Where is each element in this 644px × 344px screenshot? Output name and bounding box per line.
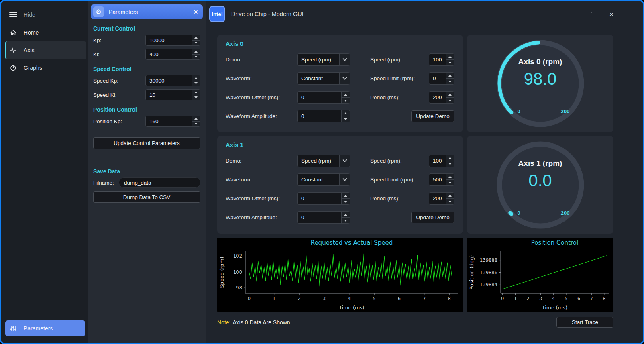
triangle-up-icon	[194, 37, 198, 39]
spin-down-button[interactable]	[342, 116, 350, 122]
spin-down-button[interactable]	[446, 198, 454, 204]
triangle-down-icon	[194, 42, 198, 44]
spin-down-button[interactable]	[192, 40, 200, 46]
sidebar-item-label: Axis	[24, 47, 34, 53]
sidebar-item-home[interactable]: Home	[5, 24, 86, 41]
pie-chart-icon	[9, 64, 17, 71]
close-button[interactable]: ×	[608, 11, 615, 17]
chevron-down-icon	[342, 75, 347, 79]
svg-text:8: 8	[448, 296, 451, 301]
axis0-panel: Axis 0 Demo: Speed (rpm) Speed (rpm): 10…	[217, 35, 463, 132]
triangle-up-icon	[448, 195, 452, 197]
gauge-max-label: 200	[561, 108, 570, 114]
sliders-icon	[9, 325, 17, 332]
axis1-speed-spinbox[interactable]: 100	[429, 155, 454, 167]
sidebar-item-parameters[interactable]: Parameters	[5, 320, 85, 336]
speed-kp-field-row: Speed Kp: 30000	[93, 75, 200, 86]
kp-spinbox[interactable]: 10000	[145, 35, 200, 46]
sidebar-hide-button[interactable]: Hide	[5, 6, 86, 24]
spin-up-button[interactable]	[192, 75, 200, 81]
spin-up-button[interactable]	[446, 174, 454, 179]
axis1-waveform-offset-spinbox[interactable]: 0	[297, 192, 350, 205]
position-kp-label: Position Kp:	[93, 118, 145, 124]
triangle-down-icon	[448, 201, 452, 203]
dump-data-to-csv-button[interactable]: Dump Data To CSV	[93, 191, 200, 203]
parameters-close-button[interactable]: ×	[194, 8, 198, 16]
axis0-waveform-offset-spinbox[interactable]: 0	[297, 91, 350, 104]
sidebar-item-axis[interactable]: Axis	[5, 41, 86, 59]
triangle-up-icon	[448, 56, 452, 58]
triangle-up-icon	[448, 157, 452, 159]
triangle-down-icon	[448, 182, 452, 184]
axis1-demo-dropdown[interactable]: Speed (rpm)	[297, 155, 350, 167]
axis0-update-demo-button[interactable]: Update Demo	[411, 110, 454, 122]
spin-down-button[interactable]	[446, 59, 454, 65]
svg-text:Time (ms): Time (ms)	[338, 305, 364, 311]
svg-text:1: 1	[514, 296, 517, 301]
position-kp-spinbox[interactable]: 160	[145, 116, 200, 127]
axis0-waveform-dropdown[interactable]: Constant	[297, 72, 350, 85]
spin-up-button[interactable]	[446, 193, 454, 198]
demo-label: Demo:	[226, 57, 297, 63]
triangle-down-icon	[448, 100, 452, 102]
speed-ki-spinbox[interactable]: 10	[145, 89, 200, 100]
spin-down-button[interactable]	[192, 54, 200, 60]
spin-down-button[interactable]	[342, 217, 350, 223]
filename-input[interactable]	[119, 177, 200, 188]
spin-up-button[interactable]	[342, 193, 350, 198]
spin-up-button[interactable]	[192, 116, 200, 121]
spin-down-button[interactable]	[192, 81, 200, 86]
spin-up-button[interactable]	[342, 92, 350, 97]
spin-down-button[interactable]	[446, 97, 454, 103]
axis0-period-spinbox[interactable]: 200	[429, 91, 454, 104]
spin-down-button[interactable]	[446, 78, 454, 84]
spin-up-button[interactable]	[446, 54, 454, 59]
update-control-parameters-button[interactable]: Update Control Parameters	[93, 137, 200, 149]
gauge-min-label: 0	[518, 210, 520, 216]
ki-spinbox[interactable]: 400	[145, 49, 200, 60]
spin-up-button[interactable]	[446, 155, 454, 161]
triangle-down-icon	[194, 82, 198, 84]
minimize-icon	[572, 14, 577, 14]
spin-down-button[interactable]	[192, 121, 200, 127]
svg-text:0: 0	[248, 296, 251, 301]
period-label: Period (ms):	[370, 195, 429, 202]
speed-ki-label: Speed Ki:	[93, 92, 145, 98]
speed-kp-spinbox[interactable]: 30000	[145, 75, 200, 86]
section-heading-speed-control: Speed Control	[93, 66, 200, 72]
triangle-down-icon	[194, 96, 198, 98]
axis0-gauge-panel: Axis 0 (rpm) 98.0 0 200	[467, 35, 613, 132]
svg-text:0: 0	[501, 296, 504, 301]
spin-up-button[interactable]	[446, 73, 454, 78]
axis1-period-spinbox[interactable]: 200	[429, 192, 454, 205]
spin-down-button[interactable]	[342, 198, 350, 204]
axis0-waveform-amplitude-spinbox[interactable]: 0	[297, 110, 350, 122]
axis1-waveform-amplitude-spinbox[interactable]: 0	[297, 211, 350, 224]
axis0-speed-spinbox[interactable]: 100	[429, 53, 454, 66]
axis0-speed-limit-spinbox[interactable]: 0	[429, 72, 454, 85]
gauge-min-label: 0	[518, 108, 520, 114]
speed-label: Speed (rpm):	[370, 158, 429, 164]
start-trace-button[interactable]: Start Trace	[556, 317, 613, 328]
svg-text:5: 5	[373, 296, 375, 301]
minimize-button[interactable]	[571, 11, 578, 17]
spin-down-button[interactable]	[446, 179, 454, 185]
spin-up-button[interactable]	[192, 90, 200, 95]
spin-down-button[interactable]	[446, 161, 454, 167]
spin-down-button[interactable]	[342, 97, 350, 103]
axis1-update-demo-button[interactable]: Update Demo	[411, 212, 454, 223]
note-text: Note:Axis 0 Data Are Shown	[217, 319, 290, 326]
spin-up-button[interactable]	[446, 92, 454, 97]
spin-up-button[interactable]	[342, 212, 350, 217]
axis0-demo-dropdown[interactable]: Speed (rpm)	[297, 53, 350, 66]
spin-down-button[interactable]	[192, 95, 200, 100]
spin-up-button[interactable]	[192, 35, 200, 40]
spin-up-button[interactable]	[192, 49, 200, 54]
axis1-waveform-dropdown[interactable]: Constant	[297, 173, 350, 186]
spin-up-button[interactable]	[342, 110, 350, 116]
axis1-speed-limit-spinbox[interactable]: 500	[429, 173, 454, 186]
svg-text:8: 8	[603, 296, 605, 301]
sidebar-item-graphs[interactable]: Graphs	[5, 59, 86, 77]
maximize-button[interactable]	[590, 11, 596, 17]
svg-text:100: 100	[233, 269, 242, 275]
